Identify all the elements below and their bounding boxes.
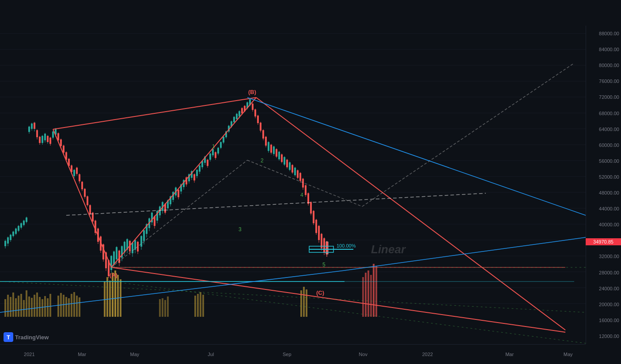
svg-rect-107 [49,138,51,144]
svg-text:Linear: Linear [371,243,406,256]
svg-rect-97 [36,130,38,137]
time-label-May: May [564,352,573,357]
svg-rect-27 [20,294,22,317]
svg-rect-307 [315,220,317,233]
svg-rect-91 [28,127,30,132]
svg-rect-305 [313,211,314,223]
svg-rect-85 [20,223,22,228]
svg-rect-219 [199,165,201,172]
svg-rect-177 [143,230,145,241]
svg-rect-67 [365,273,367,317]
svg-rect-25 [15,298,17,317]
svg-rect-23 [10,297,11,317]
svg-rect-51 [112,273,114,317]
time-label-Mar: Mar [78,352,86,357]
svg-rect-289 [292,165,293,173]
time-label-Mar: Mar [505,352,514,357]
svg-text:100.00%: 100.00% [337,243,356,248]
svg-rect-41 [63,295,64,317]
svg-rect-157 [116,247,117,259]
svg-rect-281 [281,154,283,162]
time-label-2021: 2021 [24,352,34,357]
svg-rect-235 [220,142,222,148]
svg-rect-34 [39,297,41,317]
svg-rect-83 [18,226,19,231]
svg-rect-299 [305,185,307,195]
svg-rect-87 [23,221,25,225]
svg-rect-66 [362,277,364,317]
svg-rect-265 [260,123,261,131]
svg-text:5: 5 [322,262,326,268]
svg-rect-26 [18,296,19,317]
svg-rect-33 [36,293,38,317]
chart-header [0,0,621,26]
svg-text:1: 1 [212,143,215,150]
svg-rect-127 [76,168,78,174]
svg-rect-137 [89,205,91,214]
svg-text:(C): (C) [316,289,324,296]
svg-rect-313 [323,238,325,253]
svg-rect-227 [209,154,211,160]
svg-rect-29 [26,290,27,317]
svg-rect-249 [239,111,240,116]
time-label-May: May [130,352,140,357]
svg-rect-47 [79,297,80,317]
svg-rect-69 [370,275,372,317]
chart-area[interactable]: (B) (A) (C) 1 2 3 4 5 100.00% Linear [0,26,586,344]
svg-rect-39 [57,296,59,317]
svg-rect-175 [140,236,142,247]
svg-rect-169 [132,243,133,253]
svg-rect-57 [164,300,166,317]
svg-rect-64 [303,287,305,317]
time-label-Nov: Nov [359,352,367,357]
svg-rect-251 [241,108,243,113]
svg-rect-269 [265,137,267,146]
svg-rect-215 [193,174,195,180]
svg-rect-58 [167,296,169,317]
svg-rect-60 [197,294,199,317]
svg-rect-105 [47,136,49,142]
svg-rect-61 [200,292,201,317]
svg-rect-44 [71,294,72,317]
svg-rect-303 [310,202,312,214]
svg-text:2: 2 [261,158,264,164]
svg-rect-55 [159,299,161,317]
svg-rect-46 [76,296,78,317]
time-label-Jul: Jul [208,352,214,357]
svg-rect-45 [73,292,75,317]
svg-rect-245 [233,117,235,122]
svg-rect-291 [294,168,296,175]
svg-rect-277 [276,149,277,157]
svg-rect-275 [273,146,275,154]
svg-rect-32 [34,295,35,317]
svg-rect-22 [7,295,9,317]
svg-rect-79 [12,232,14,236]
svg-rect-247 [236,114,238,119]
svg-rect-30 [28,296,30,317]
svg-rect-229 [212,149,214,155]
svg-rect-38 [49,294,51,317]
svg-rect-109 [52,131,54,138]
svg-rect-217 [196,170,198,176]
svg-rect-71 [375,266,377,317]
svg-rect-62 [202,295,204,317]
svg-rect-117 [63,146,64,153]
svg-rect-99 [39,137,41,143]
svg-rect-287 [289,162,291,170]
svg-rect-233 [217,148,219,154]
svg-rect-259 [252,104,254,110]
svg-rect-263 [257,116,259,123]
svg-rect-77 [10,235,11,240]
svg-rect-131 [81,182,83,189]
svg-rect-42 [65,297,67,317]
svg-rect-36 [44,296,46,317]
svg-rect-203 [178,190,179,197]
svg-rect-295 [299,173,301,181]
svg-rect-297 [302,179,304,188]
time-label-2022: 2022 [422,352,433,357]
svg-rect-68 [367,270,369,317]
svg-rect-95 [34,123,35,129]
svg-rect-129 [79,174,80,181]
svg-rect-115 [60,139,62,146]
svg-rect-49 [106,277,108,317]
